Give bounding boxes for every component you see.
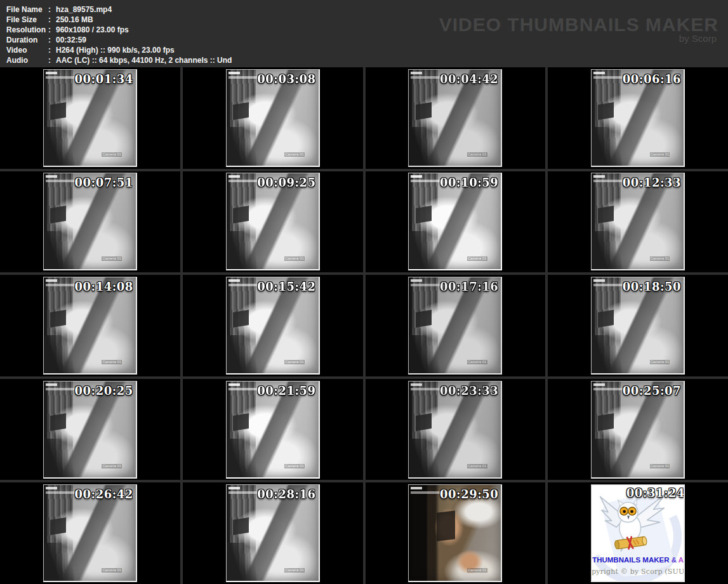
camera-osd-logo: [46, 175, 57, 178]
video-thumbnail: Camera 01 00:29:50: [408, 484, 502, 582]
header-field-label: File Name: [6, 4, 48, 15]
camera-osd-logo: [411, 72, 422, 74]
video-thumbnail: Camera 01 00:21:59: [226, 381, 320, 479]
camera-name-label: Camera 01: [102, 152, 122, 157]
thumbnail-cell: Camera 01 00:15:42: [183, 275, 363, 376]
thumbnail-cell: Camera 01 00:09:25: [183, 171, 363, 273]
thumbnail-cell: Camera 01 00:25:07: [548, 379, 728, 481]
header-field-separator: :: [48, 55, 56, 65]
logo-title-ampersand: &: [672, 556, 677, 564]
camera-osd-logo: [411, 175, 422, 178]
logo-title-suffix: ANI: [678, 556, 685, 564]
camera-name-label: Camera 01: [650, 360, 670, 364]
timestamp-label: 00:10:59: [440, 176, 498, 189]
camera-name-label: Camera 01: [284, 568, 305, 573]
timestamp-label: 00:28:16: [257, 488, 315, 501]
watermark-title: VIDEO THUMBNAILS MAKER: [439, 14, 718, 36]
timestamp-label: 00:01:34: [74, 72, 133, 86]
thumbnail-cell: Camera 01 00:29:50: [366, 482, 546, 584]
header-field-value: 250.16 MB: [56, 15, 93, 25]
header-field-separator: :: [48, 45, 56, 55]
camera-name-label: Camera 01: [102, 568, 122, 573]
header-field-label: Duration: [6, 35, 48, 45]
thumbnail-cell: Camera 01 00:18:50: [548, 275, 728, 376]
logo-copyright: pyright © by Scorp (SUU De: [592, 567, 685, 576]
thumbnail-cell: Camera 01 00:01:34: [0, 67, 180, 169]
video-thumbnail: Camera 01 00:17:16: [408, 277, 502, 375]
camera-name-label: Camera 01: [467, 568, 487, 573]
timestamp-label: 00:03:08: [257, 72, 315, 86]
header-field-value: H264 (High) :: 990 kb/s, 23.00 fps: [56, 45, 175, 55]
camera-osd-logo: [228, 487, 240, 489]
camera-osd-logo: [593, 175, 605, 178]
camera-name-label: Camera 01: [284, 464, 305, 468]
timestamp-label: 00:25:07: [623, 384, 681, 397]
timestamp-label: 00:09:25: [257, 176, 315, 189]
header-field-label: Resolution: [6, 25, 48, 35]
video-thumbnail: Camera 01 00:23:33: [408, 381, 502, 479]
video-thumbnail: Camera 01 00:25:07: [591, 381, 685, 479]
thumbnail-cell: THUMBNAILS MAKER & ANI pyright © by Scor…: [548, 482, 728, 584]
thumbnail-cell: Camera 01 00:12:33: [548, 171, 728, 273]
header-field: Duration : 00:32:59: [6, 35, 232, 45]
timestamp-label: 00:31:24: [626, 486, 685, 500]
timestamp-label: 00:06:16: [623, 72, 681, 86]
camera-osd-logo: [411, 487, 422, 489]
header-field: File Name : hza_89575.mp4: [6, 4, 232, 15]
camera-osd-logo: [228, 175, 240, 178]
video-thumbnail: Camera 01 00:15:42: [226, 277, 320, 375]
video-thumbnail: THUMBNAILS MAKER & ANI pyright © by Scor…: [591, 484, 685, 582]
file-info-header: File Name : hza_89575.mp4 File Size : 25…: [0, 0, 728, 65]
thumbnail-cell: Camera 01 00:03:08: [183, 67, 363, 169]
thumbnail-cell: Camera 01 00:28:16: [183, 482, 363, 584]
camera-name-label: Camera 01: [102, 360, 122, 364]
video-thumbnail: Camera 01 00:04:42: [408, 69, 502, 167]
thumbnail-cell: Camera 01 00:07:51: [0, 171, 180, 273]
camera-name-label: Camera 01: [467, 360, 487, 364]
thumbnail-grid: Camera 01 00:01:34 Camera 01 00:03:08 Ca…: [0, 65, 728, 584]
camera-osd-logo: [228, 72, 240, 74]
video-thumbnail: Camera 01 00:03:08: [226, 69, 320, 167]
camera-osd-logo: [593, 383, 605, 386]
video-thumbnail: Camera 01 00:07:51: [43, 173, 137, 270]
camera-osd-logo: [411, 383, 422, 386]
thumbnail-cell: Camera 01 00:06:16: [548, 67, 728, 169]
camera-osd-logo: [228, 383, 240, 386]
camera-name-label: Camera 01: [467, 464, 487, 468]
video-thumbnail: Camera 01 00:09:25: [226, 173, 320, 270]
timestamp-label: 00:15:42: [257, 280, 315, 293]
header-field: Resolution : 960x1080 / 23.00 fps: [6, 25, 232, 35]
header-field-value: 00:32:59: [56, 35, 86, 45]
camera-name-label: Camera 01: [102, 256, 122, 261]
camera-name-label: Camera 01: [650, 464, 670, 468]
timestamp-label: 00:14:08: [74, 280, 133, 293]
header-field-label: File Size: [6, 15, 48, 25]
header-field: File Size : 250.16 MB: [6, 15, 232, 25]
timestamp-label: 00:23:33: [440, 384, 498, 397]
video-thumbnail: Camera 01 00:12:33: [591, 173, 685, 270]
header-field-value: 960x1080 / 23.00 fps: [56, 25, 129, 35]
camera-name-label: Camera 01: [650, 256, 670, 261]
camera-name-label: Camera 01: [467, 256, 487, 261]
video-thumbnail: Camera 01 00:26:42: [43, 484, 137, 582]
camera-name-label: Camera 01: [284, 152, 305, 157]
camera-name-label: Camera 01: [284, 360, 305, 364]
header-field-separator: :: [48, 15, 56, 25]
header-fields: File Name : hza_89575.mp4 File Size : 25…: [6, 4, 232, 65]
header-field-separator: :: [48, 25, 56, 35]
video-thumbnail: Camera 01 00:10:59: [408, 173, 502, 270]
camera-osd-logo: [46, 72, 57, 74]
timestamp-label: 00:29:50: [440, 488, 498, 501]
header-field-value: AAC (LC) :: 64 kbps, 44100 Hz, 2 channel…: [56, 55, 232, 65]
video-thumbnail: Camera 01 00:28:16: [226, 484, 320, 582]
watermark-subtitle: by Scorp: [679, 33, 717, 44]
thumbnail-cell: Camera 01 00:14:08: [0, 275, 180, 376]
thumbnail-cell: Camera 01 00:17:16: [366, 275, 546, 376]
header-field-value: hza_89575.mp4: [56, 4, 112, 15]
camera-osd-logo: [46, 279, 57, 282]
camera-name-label: Camera 01: [284, 256, 305, 261]
thumbnail-cell: Camera 01 00:23:33: [366, 379, 546, 481]
header-field-separator: :: [48, 35, 56, 45]
thumbnail-cell: Camera 01 00:26:42: [0, 482, 180, 584]
camera-osd-logo: [228, 279, 240, 282]
